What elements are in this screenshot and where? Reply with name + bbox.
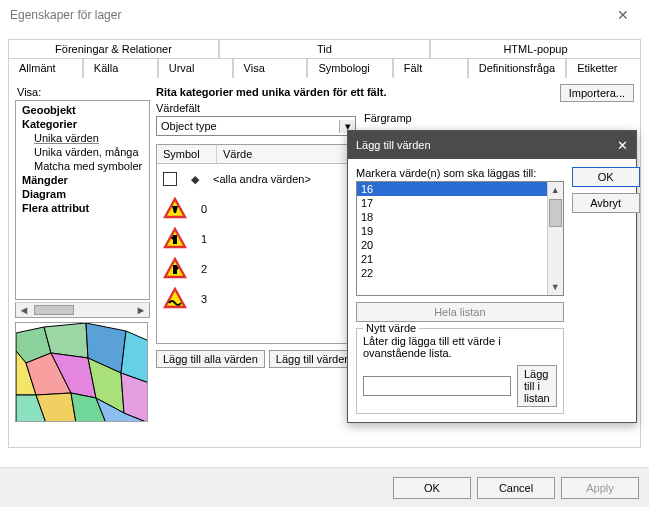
tab-tid[interactable]: Tid: [219, 39, 430, 58]
add-all-values-button[interactable]: Lägg till alla värden: [156, 350, 265, 368]
new-value-fieldset: Nytt värde Låter dig lägga till ett värd…: [356, 328, 564, 414]
tree-geoobjekt[interactable]: Geoobjekt: [22, 103, 147, 117]
ok-button[interactable]: OK: [572, 167, 640, 187]
list-item[interactable]: 22: [357, 266, 547, 280]
values-listbox[interactable]: 16 17 18 19 20 21 22 ▲ ▼: [356, 181, 564, 296]
scroll-up-icon[interactable]: ▲: [548, 182, 563, 198]
warning-sign-icon: [163, 287, 187, 311]
new-value-legend: Nytt värde: [363, 322, 419, 334]
new-value-description: Låter dig lägga till ett värde i ovanstå…: [363, 335, 557, 359]
tab-row-upper: Föreningar & Relationer Tid HTML-popup: [8, 38, 641, 57]
tree-unika-varden[interactable]: Unika värden: [22, 131, 147, 145]
fargramp-label: Färgramp: [364, 112, 634, 124]
row-value: 3: [201, 293, 207, 305]
scroll-down-icon[interactable]: ▼: [548, 279, 563, 295]
scroll-thumb[interactable]: [549, 199, 562, 227]
tree-unika-manga[interactable]: Unika värden, många: [22, 145, 147, 159]
ok-button[interactable]: OK: [393, 477, 471, 499]
titlebar: Egenskaper för lager ✕: [0, 0, 649, 30]
listbox-scrollbar[interactable]: ▲ ▼: [547, 182, 563, 295]
tree-kategorier[interactable]: Kategorier: [22, 117, 147, 131]
window-title: Egenskaper för lager: [10, 8, 121, 22]
tree-mangder[interactable]: Mängder: [22, 173, 147, 187]
left-column: Visa: Geoobjekt Kategorier Unika värden …: [15, 84, 150, 441]
tab-visa[interactable]: Visa: [233, 58, 308, 78]
tab-urval[interactable]: Urval: [158, 58, 233, 78]
row-value: 1: [201, 233, 207, 245]
checkbox-icon[interactable]: [163, 172, 177, 186]
tab-row-lower: Allmänt Källa Urval Visa Symbologi Fält …: [8, 57, 641, 78]
add-values-dialog: Lägg till värden ✕ Markera värde(n) som …: [347, 130, 637, 423]
row-value: 0: [201, 203, 207, 215]
tree-diagram[interactable]: Diagram: [22, 187, 147, 201]
tree-matcha[interactable]: Matcha med symboler: [22, 159, 147, 173]
scroll-left-icon[interactable]: ◄: [16, 304, 32, 316]
list-item[interactable]: 17: [357, 196, 547, 210]
warning-sign-icon: [163, 197, 187, 221]
tree-flera-attribut[interactable]: Flera attribut: [22, 201, 147, 215]
tree-horizontal-scrollbar[interactable]: ◄ ►: [15, 302, 150, 318]
cancel-button[interactable]: Cancel: [477, 477, 555, 499]
tab-html-popup[interactable]: HTML-popup: [430, 39, 641, 58]
whole-list-button[interactable]: Hela listan: [356, 302, 564, 322]
diamond-icon: ◆: [191, 173, 199, 186]
mark-values-label: Markera värde(n) som ska läggas till:: [356, 167, 564, 179]
show-tree[interactable]: Geoobjekt Kategorier Unika värden Unika …: [15, 100, 150, 300]
vardefalt-label: Värdefält: [156, 102, 356, 114]
tab-allmant[interactable]: Allmänt: [8, 58, 83, 78]
list-item[interactable]: 20: [357, 238, 547, 252]
cancel-button[interactable]: Avbryt: [572, 193, 640, 213]
tab-falt[interactable]: Fält: [393, 58, 468, 78]
new-value-input[interactable]: [363, 376, 511, 396]
tab-definitionsfraga[interactable]: Definitionsfråga: [468, 58, 566, 78]
dialog-title: Lägg till värden: [356, 139, 431, 151]
dialog-titlebar: Lägg till värden ✕: [348, 131, 636, 159]
close-icon[interactable]: ✕: [617, 138, 628, 153]
tab-symbologi[interactable]: Symbologi: [307, 58, 392, 78]
dialog-footer: OK Cancel Apply: [0, 467, 649, 507]
all-other-label: <alla andra värden>: [213, 173, 311, 185]
tab-kalla[interactable]: Källa: [83, 58, 158, 78]
tab-foreningar[interactable]: Föreningar & Relationer: [8, 39, 219, 58]
scroll-right-icon[interactable]: ►: [133, 304, 149, 316]
warning-sign-icon: [163, 227, 187, 251]
scroll-thumb[interactable]: [34, 305, 74, 315]
visa-label: Visa:: [17, 86, 150, 98]
list-item[interactable]: 16: [357, 182, 547, 196]
close-icon[interactable]: ✕: [603, 7, 643, 23]
category-heading: Rita kategorier med unika värden för ett…: [156, 86, 386, 98]
vardefalt-value: Object type: [157, 120, 339, 132]
import-button[interactable]: Importera...: [560, 84, 634, 102]
preview-map: [15, 322, 148, 422]
list-item[interactable]: 18: [357, 210, 547, 224]
list-item[interactable]: 21: [357, 252, 547, 266]
row-value: 2: [201, 263, 207, 275]
col-symbol[interactable]: Symbol: [157, 145, 217, 163]
add-to-list-button[interactable]: Lägg till i listan: [517, 365, 557, 407]
list-item[interactable]: 19: [357, 224, 547, 238]
apply-button[interactable]: Apply: [561, 477, 639, 499]
tab-etiketter[interactable]: Etiketter: [566, 58, 641, 78]
warning-sign-icon: [163, 257, 187, 281]
vardefalt-dropdown[interactable]: Object type ▾: [156, 116, 356, 136]
